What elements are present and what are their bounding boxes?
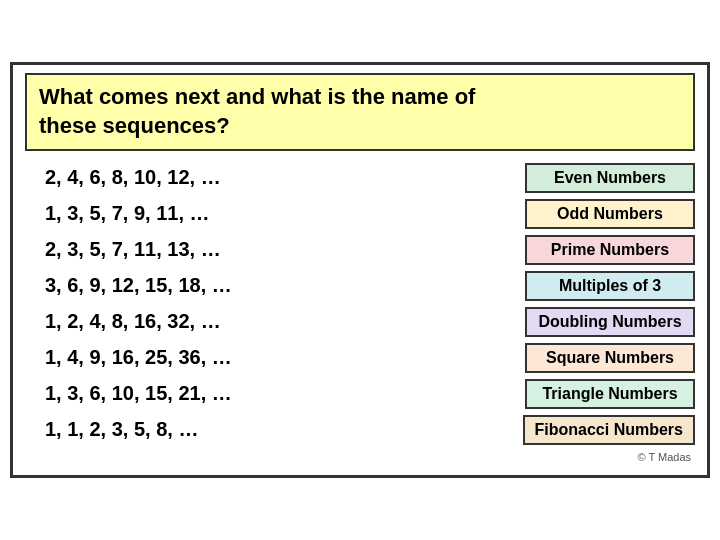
sequence-label: Square Numbers	[525, 343, 695, 373]
title-text: What comes next and what is the name of …	[39, 83, 681, 140]
table-row: 2, 3, 5, 7, 11, 13, …Prime Numbers	[25, 233, 695, 267]
title-line2: these sequences?	[39, 113, 230, 138]
sequence-text: 1, 3, 5, 7, 9, 11, …	[25, 202, 515, 225]
main-container: What comes next and what is the name of …	[10, 62, 710, 477]
sequence-label: Fibonacci Numbers	[523, 415, 695, 445]
sequence-text: 1, 4, 9, 16, 25, 36, …	[25, 346, 515, 369]
sequence-label: Doubling Numbers	[525, 307, 695, 337]
sequence-text: 1, 3, 6, 10, 15, 21, …	[25, 382, 515, 405]
table-row: 1, 2, 4, 8, 16, 32, …Doubling Numbers	[25, 305, 695, 339]
sequence-text: 1, 2, 4, 8, 16, 32, …	[25, 310, 515, 333]
table-row: 3, 6, 9, 12, 15, 18, …Multiples of 3	[25, 269, 695, 303]
table-row: 1, 3, 6, 10, 15, 21, …Triangle Numbers	[25, 377, 695, 411]
sequence-label: Even Numbers	[525, 163, 695, 193]
table-row: 1, 4, 9, 16, 25, 36, …Square Numbers	[25, 341, 695, 375]
table-row: 1, 1, 2, 3, 5, 8, …Fibonacci Numbers	[25, 413, 695, 447]
sequence-label: Multiples of 3	[525, 271, 695, 301]
sequence-label: Triangle Numbers	[525, 379, 695, 409]
copyright: © T Madas	[25, 451, 695, 463]
title-box: What comes next and what is the name of …	[25, 73, 695, 150]
title-line1: What comes next and what is the name of	[39, 84, 475, 109]
sequence-label: Prime Numbers	[525, 235, 695, 265]
sequence-text: 2, 4, 6, 8, 10, 12, …	[25, 166, 515, 189]
table-row: 2, 4, 6, 8, 10, 12, …Even Numbers	[25, 161, 695, 195]
sequence-text: 3, 6, 9, 12, 15, 18, …	[25, 274, 515, 297]
sequence-text: 2, 3, 5, 7, 11, 13, …	[25, 238, 515, 261]
sequence-text: 1, 1, 2, 3, 5, 8, …	[25, 418, 513, 441]
sequence-label: Odd Numbers	[525, 199, 695, 229]
table-row: 1, 3, 5, 7, 9, 11, …Odd Numbers	[25, 197, 695, 231]
rows-container: 2, 4, 6, 8, 10, 12, …Even Numbers1, 3, 5…	[25, 161, 695, 447]
